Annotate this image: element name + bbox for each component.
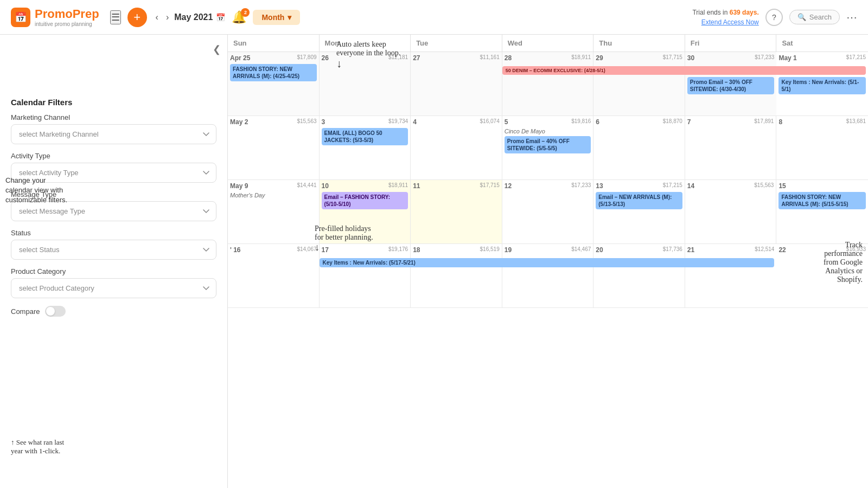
event-email-new-arrivals-may13[interactable]: Email – NEW ARRIVALS (M): (5/13-5/13) — [596, 192, 682, 209]
cell-may14[interactable]: 14 $15,563 — [685, 180, 777, 244]
cell-revenue: $11,161 — [480, 54, 500, 60]
cell-may19[interactable]: 19 $14,467 — [502, 244, 594, 308]
cell-may10[interactable]: 10 $18,911 Email – FASHION STORY: (5/10-… — [320, 180, 411, 244]
cell-date: ' 16 — [230, 246, 241, 254]
cell-apr25[interactable]: Apr 25 $17,809 FASHION STORY: NEW ARRIVA… — [228, 52, 320, 116]
cell-date: 28 — [505, 54, 512, 62]
cell-revenue: $17,736 — [663, 246, 682, 252]
cell-may20[interactable]: 20 $17,736 — [593, 244, 685, 308]
hamburger-button[interactable]: ☰ — [110, 10, 121, 24]
cell-date: 26 — [322, 54, 329, 62]
cell-may18[interactable]: 18 $16,519 — [411, 244, 502, 308]
cell-date: 4 — [413, 118, 417, 126]
message-type-label: Message Type — [11, 190, 216, 198]
calendar-filters-title: Calendar Filters — [11, 98, 216, 107]
product-category-select[interactable]: select Product Category — [11, 278, 216, 298]
cell-may11[interactable]: 11 $17,715 — [411, 180, 502, 244]
cell-revenue: $18,911 — [571, 54, 591, 60]
cell-may22[interactable]: 22 $16,933 — [776, 244, 868, 308]
help-button[interactable]: ? — [765, 9, 783, 26]
cell-may4[interactable]: 4 $16,074 — [411, 116, 502, 180]
extend-access-link[interactable]: Extend Access Now — [692, 17, 758, 27]
bell-badge: 2 — [241, 8, 250, 17]
cell-may9[interactable]: May 9 $14,441 Mother's Day — [228, 180, 320, 244]
event-fashion-story-may15[interactable]: FASHION STORY: NEW ARRIVALS (M): (5/15-5… — [778, 192, 866, 209]
cell-may2[interactable]: May 2 $15,563 — [228, 116, 320, 180]
cell-may8[interactable]: 8 $13,681 — [776, 116, 868, 180]
cell-date: 13 — [596, 182, 603, 190]
search-box[interactable]: 🔍 Search — [789, 10, 840, 24]
activity-type-select[interactable]: select Activity Type — [11, 163, 216, 183]
next-month-button[interactable]: › — [164, 10, 171, 24]
calendar-header-row: Sun Mon Tue Wed Thu Fri Sat — [228, 35, 868, 52]
trial-info: Trial ends in 639 days. Extend Access No… — [692, 8, 758, 27]
cell-may12[interactable]: 12 $17,233 — [502, 180, 594, 244]
marketing-channel-label: Marketing Channel — [11, 113, 216, 121]
search-icon: 🔍 — [797, 13, 806, 21]
cell-date: 29 — [596, 54, 603, 62]
cell-date: 22 — [778, 246, 786, 254]
month-text: May 2021 — [174, 12, 213, 22]
calendar-area: Auto alerts keepeveryone in the loop.↓ P… — [228, 35, 868, 488]
event-promo-email-may5[interactable]: Promo Email – 40% OFF SITEWIDE: (5/5-5/5… — [505, 136, 591, 153]
bell-wrapper[interactable]: 🔔 2 — [232, 10, 246, 24]
cell-apr26[interactable]: 26 $12,181 — [320, 52, 411, 116]
cell-revenue: $16,933 — [846, 246, 866, 252]
product-category-section: Product Category select Product Category — [11, 267, 216, 298]
spanning-event-denim[interactable]: 50 DENIM – ECOMM EXCLUSIVE: (4/28-5/1) — [502, 66, 866, 75]
status-label: Status — [11, 229, 216, 237]
cell-apr29[interactable]: 29 $17,715 — [593, 52, 685, 116]
cell-date: 27 — [413, 54, 420, 62]
more-options-button[interactable]: ⋯ — [846, 11, 857, 24]
cell-may7[interactable]: 7 $17,891 — [685, 116, 777, 180]
cell-may3[interactable]: 3 $19,734 EMAIL (ALL) BOGO 50 JACKETS: (… — [320, 116, 411, 180]
event-email-bogo-may3[interactable]: EMAIL (ALL) BOGO 50 JACKETS: (5/3-5/3) — [322, 128, 409, 145]
cell-may21[interactable]: 21 $12,514 — [685, 244, 777, 308]
activity-type-section: Activity Type select Activity Type — [11, 152, 216, 183]
add-button[interactable]: + — [127, 8, 147, 27]
cell-may1[interactable]: May 1 $17,215 Key Items : New Arrivals: … — [776, 52, 868, 116]
cell-date: 11 — [413, 182, 420, 190]
cell-revenue: $14,067 — [297, 246, 316, 252]
prev-month-button[interactable]: ‹ — [154, 10, 161, 24]
cell-revenue: $17,715 — [663, 54, 682, 60]
cell-may13[interactable]: 13 $17,215 Email – NEW ARRIVALS (M): (5/… — [593, 180, 685, 244]
sidebar-collapse-button[interactable]: ❮ — [213, 43, 221, 55]
cell-revenue: $17,233 — [755, 54, 774, 60]
search-label: Search — [809, 13, 832, 21]
event-fashion-story-apr25[interactable]: FASHION STORY: NEW ARRIVALS (M): (4/25-4… — [230, 64, 317, 81]
cell-may5[interactable]: 5 $19,816 Cinco De Mayo Promo Email – 40… — [502, 116, 594, 180]
message-type-select[interactable]: select Message Type — [11, 201, 216, 221]
cell-may15[interactable]: 15 FASHION STORY: NEW ARRIVALS (M): (5/1… — [776, 180, 868, 244]
cell-date: May 2 — [230, 118, 248, 126]
cell-may16[interactable]: ' 16 $14,067 — [228, 244, 320, 308]
compare-toggle[interactable] — [45, 306, 66, 317]
calendar-icon[interactable]: 📅 — [216, 13, 225, 22]
week-3: May 9 $14,441 Mother's Day 10 $18,911 Em… — [228, 180, 868, 244]
event-promo-email-apr30[interactable]: Promo Email – 30% OFF SITEWIDE: (4/30-4/… — [687, 77, 775, 94]
cell-revenue: $14,467 — [571, 246, 591, 252]
product-category-label: Product Category — [11, 267, 216, 275]
cell-revenue: $15,563 — [754, 182, 774, 188]
cell-apr30[interactable]: 30 $17,233 Promo Email – 30% OFF SITEWID… — [685, 52, 777, 116]
cell-apr28[interactable]: 28 $18,911 — [502, 52, 594, 116]
cell-date: 18 — [413, 246, 420, 254]
cell-revenue: $13,681 — [846, 118, 866, 124]
event-email-fashion-may10[interactable]: Email – FASHION STORY: (5/10-5/10) — [322, 192, 409, 209]
cell-may6[interactable]: 6 $18,870 — [593, 116, 685, 180]
status-select[interactable]: select Status — [11, 240, 216, 260]
spanning-event-key-items-may17[interactable]: Key Items : New Arrivals: (5/17-5/21) — [320, 258, 775, 267]
cell-revenue: $18,870 — [663, 118, 682, 124]
marketing-channel-select[interactable]: select Marketing Channel — [11, 124, 216, 144]
cell-revenue: $17,215 — [846, 54, 866, 60]
cell-revenue: $19,816 — [571, 118, 591, 124]
cell-apr27[interactable]: 27 $11,161 — [411, 52, 502, 116]
cell-date: 19 — [505, 246, 512, 254]
event-key-items-may1[interactable]: Key Items : New Arrivals: (5/1-5/1) — [778, 77, 866, 94]
cell-date: 30 — [687, 54, 694, 62]
cell-revenue: $17,215 — [663, 182, 682, 188]
cell-may17[interactable]: 17 $19,176 — [320, 244, 411, 308]
trial-text: Trial ends in — [692, 9, 727, 16]
view-selector-button[interactable]: Month ▾ — [253, 10, 300, 25]
day-header-fri: Fri — [685, 35, 777, 52]
